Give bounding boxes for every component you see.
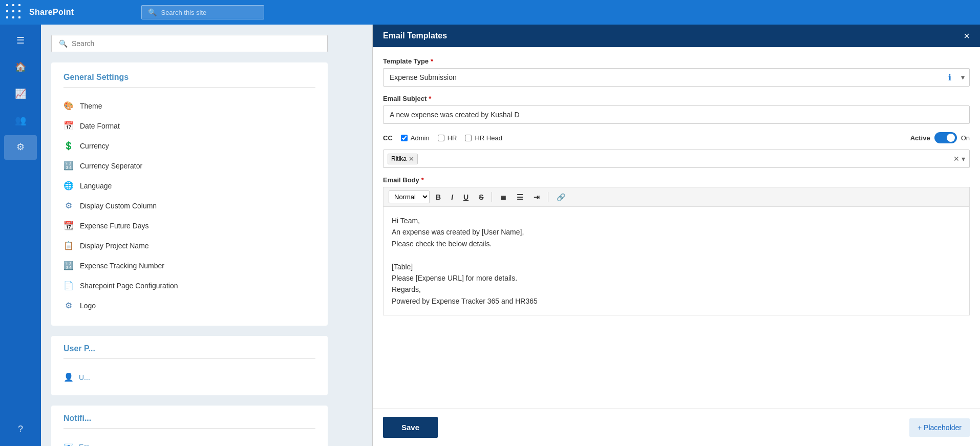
- setting-date-format[interactable]: 📅 Date Format: [63, 116, 315, 136]
- underline-button[interactable]: U: [459, 191, 473, 203]
- active-section: Active On: [910, 132, 970, 143]
- sidebar-item-settings[interactable]: ⚙: [4, 135, 37, 160]
- toggle-slider: [934, 132, 957, 143]
- email-templates-panel: Email Templates × Template Type * Expens…: [372, 25, 980, 446]
- tag-chevron-icon[interactable]: ▾: [962, 155, 965, 163]
- email-subject-field: Email Subject *: [383, 95, 970, 124]
- general-settings-card: General Settings 🎨 Theme 📅 Date Format 💲…: [51, 62, 328, 326]
- analytics-icon: 📈: [15, 88, 26, 99]
- settings-panel: 🔍 General Settings 🎨 Theme 📅 Date Format…: [41, 25, 338, 446]
- cc-admin-checkbox[interactable]: [401, 135, 408, 141]
- app-logo: SharePoint: [29, 8, 74, 17]
- italic-button[interactable]: I: [447, 191, 457, 203]
- setting-label-currency: Currency: [80, 142, 109, 150]
- on-label: On: [961, 134, 970, 142]
- required-marker: *: [431, 57, 433, 65]
- cc-tag-ritika: Ritika ✕: [388, 154, 418, 164]
- sharepoint-page-icon: 📄: [63, 281, 74, 290]
- tag-actions: ✕ ▾: [953, 155, 965, 163]
- notifications-card: Notifi... 📧 Em...: [51, 406, 328, 446]
- email-body-editor[interactable]: Hi Team, An expense was created by [User…: [383, 206, 970, 315]
- users-icon: 👥: [15, 115, 26, 126]
- user-panel-title: User P...: [63, 344, 315, 359]
- email-panel-footer: Save + Placeholder: [373, 408, 980, 446]
- tag-clear-icon[interactable]: ✕: [953, 155, 960, 163]
- cc-hrhead-checkbox[interactable]: [465, 135, 472, 141]
- placeholder-button[interactable]: + Placeholder: [909, 418, 970, 437]
- setting-label-logo: Logo: [80, 302, 96, 310]
- logo-icon: ⚙: [63, 301, 74, 310]
- setting-theme[interactable]: 🎨 Theme: [63, 96, 315, 116]
- unordered-list-button[interactable]: ☰: [513, 191, 527, 203]
- cc-admin-group: Admin: [401, 134, 430, 142]
- email-subject-input[interactable]: [383, 105, 970, 124]
- main-area: 🔍 General Settings 🎨 Theme 📅 Date Format…: [41, 25, 980, 446]
- link-button[interactable]: 🔗: [552, 191, 569, 203]
- settings-search-input[interactable]: [72, 39, 320, 48]
- cc-tag-input[interactable]: [421, 155, 950, 163]
- bold-button[interactable]: B: [432, 191, 445, 203]
- setting-sharepoint-page-config[interactable]: 📄 Sharepoint Page Configuration: [63, 275, 315, 295]
- search-input[interactable]: [161, 9, 258, 16]
- toolbar-divider: [492, 192, 492, 202]
- user-subitem[interactable]: 👤 U...: [63, 367, 315, 387]
- setting-label-date-format: Date Format: [80, 122, 120, 130]
- sidebar-item-analytics[interactable]: 📈: [4, 82, 37, 107]
- editor-toolbar: Normal B I U S ≣ ☰ ⇥ 🔗: [383, 187, 970, 206]
- setting-expense-tracking-number[interactable]: 🔢 Expense Tracking Number: [63, 256, 315, 275]
- save-button[interactable]: Save: [383, 417, 438, 438]
- notifications-title: Notifi...: [63, 414, 315, 429]
- indent-button[interactable]: ⇥: [529, 191, 544, 203]
- cc-admin-label: Admin: [411, 134, 430, 142]
- active-toggle[interactable]: [934, 132, 957, 143]
- cc-tag-input-wrapper[interactable]: Ritika ✕ ✕ ▾: [383, 150, 970, 168]
- setting-language[interactable]: 🌐 Language: [63, 176, 315, 196]
- custom-column-icon: ⚙: [63, 201, 74, 210]
- tag-label: Ritika: [391, 155, 407, 162]
- ordered-list-button[interactable]: ≣: [496, 191, 510, 203]
- email-body-label: Email Body *: [383, 176, 970, 184]
- sidebar-item-users[interactable]: 👥: [4, 109, 37, 133]
- setting-logo[interactable]: ⚙ Logo: [63, 295, 315, 315]
- cc-hrhead-group: HR Head: [465, 134, 502, 142]
- close-button[interactable]: ×: [964, 31, 970, 41]
- setting-label-currency-separator: Currency Seperator: [80, 162, 142, 170]
- format-select[interactable]: Normal: [389, 190, 430, 203]
- email-subject-label: Email Subject *: [383, 95, 970, 102]
- search-icon: 🔍: [148, 8, 157, 16]
- tag-remove-icon[interactable]: ✕: [409, 155, 414, 163]
- language-icon: 🌐: [63, 181, 74, 190]
- email-subitem[interactable]: 📧 Em...: [63, 437, 315, 446]
- settings-search-bar[interactable]: 🔍: [51, 35, 328, 52]
- setting-label-expense-tracking-number: Expense Tracking Number: [80, 262, 164, 270]
- email-icon: 📧: [63, 442, 74, 446]
- settings-icon: ⚙: [16, 141, 25, 153]
- email-body-field: Email Body * Normal B I U S ≣ ☰ ⇥ 🔗: [383, 176, 970, 315]
- cc-hr-label: HR: [448, 134, 457, 142]
- theme-icon: 🎨: [63, 101, 74, 111]
- setting-expense-future-days[interactable]: 📆 Expense Future Days: [63, 216, 315, 236]
- setting-currency-separator[interactable]: 🔢 Currency Seperator: [63, 156, 315, 176]
- help-icon: ?: [18, 424, 23, 435]
- setting-currency[interactable]: 💲 Currency: [63, 136, 315, 156]
- sidebar-item-menu[interactable]: ☰: [4, 29, 37, 53]
- cc-hrhead-label: HR Head: [475, 134, 502, 142]
- setting-display-project-name[interactable]: 📋 Display Project Name: [63, 236, 315, 256]
- template-type-label: Template Type *: [383, 57, 970, 65]
- required-marker: *: [421, 176, 424, 184]
- sidebar-item-home[interactable]: 🏠: [4, 55, 37, 80]
- strikethrough-button[interactable]: S: [475, 191, 487, 203]
- setting-display-custom-column[interactable]: ⚙ Display Custom Column: [63, 196, 315, 216]
- template-type-select[interactable]: Expense Submission Other: [383, 68, 970, 87]
- required-marker: *: [429, 95, 431, 102]
- toolbar-divider-2: [548, 192, 548, 202]
- sidebar-item-help[interactable]: ?: [4, 417, 37, 442]
- expense-future-days-icon: 📆: [63, 221, 74, 230]
- date-format-icon: 📅: [63, 121, 74, 131]
- topbar-search[interactable]: 🔍: [141, 5, 264, 19]
- home-icon: 🏠: [15, 61, 26, 73]
- general-settings-title: General Settings: [63, 73, 315, 88]
- setting-label-theme: Theme: [80, 102, 102, 110]
- cc-hr-checkbox[interactable]: [438, 135, 444, 141]
- grid-icon[interactable]: [6, 4, 23, 21]
